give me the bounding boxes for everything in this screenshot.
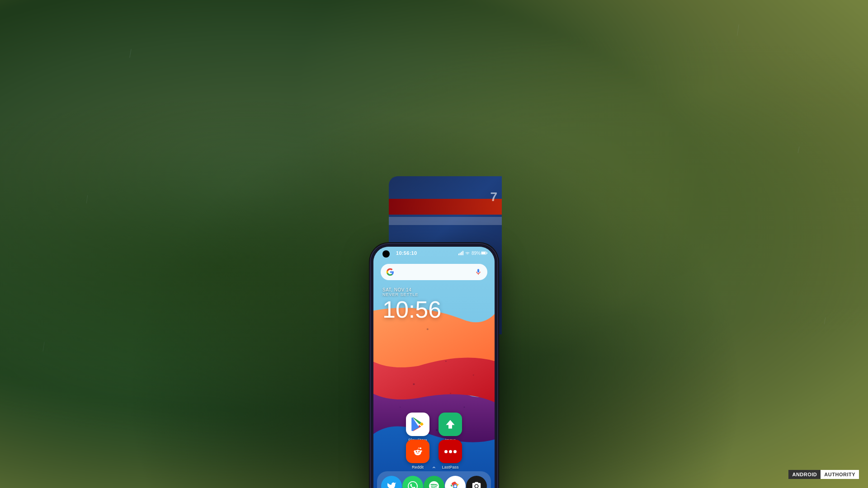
app-imgur-icon[interactable] <box>439 413 462 436</box>
dock-whatsapp[interactable] <box>402 476 423 488</box>
watermark: ANDROID AUTHORITY <box>788 470 859 479</box>
watermark-android: ANDROID <box>788 470 821 479</box>
svg-point-10 <box>400 407 401 408</box>
phone-screen: 10:56:10 <box>373 247 495 488</box>
sleeve-stripe-white <box>389 217 502 225</box>
wifi-icon <box>465 251 470 255</box>
imgur-svg <box>443 417 458 432</box>
google-g-logo <box>386 268 394 276</box>
app-imgur-wrapper[interactable]: Imgur <box>439 413 462 442</box>
twitter-svg <box>387 481 396 488</box>
svg-point-4 <box>413 383 415 385</box>
dot3 <box>453 450 457 453</box>
dot1 <box>444 450 448 453</box>
svg-rect-14 <box>487 253 488 254</box>
app-playstore-icon[interactable] <box>406 413 429 436</box>
lastpass-dots-row <box>444 450 457 453</box>
signal-bar-4 <box>462 251 463 255</box>
playstore-svg <box>411 418 425 431</box>
svg-point-21 <box>454 485 457 487</box>
search-mic-icon[interactable] <box>475 268 482 276</box>
battery-container: 89% <box>472 251 487 256</box>
dock-spotify[interactable] <box>424 476 444 488</box>
svg-point-3 <box>445 361 447 362</box>
app-lastpass-wrapper[interactable]: LastPass <box>439 440 462 469</box>
camera-svg <box>472 481 481 488</box>
sleeve-stripe-red <box>389 199 502 215</box>
svg-point-5 <box>463 406 465 408</box>
app-grid-row1: Play Store Imgur <box>373 413 495 442</box>
dock <box>377 471 491 488</box>
search-bar[interactable] <box>381 264 487 280</box>
status-icons: 89% <box>458 251 487 256</box>
battery-percent: 89% <box>472 251 481 256</box>
phone-frame: 10:56:10 <box>371 244 497 488</box>
dock-twitter[interactable] <box>381 476 402 488</box>
status-bar: 10:56:10 <box>373 247 495 259</box>
svg-rect-13 <box>481 252 486 254</box>
svg-point-2 <box>427 328 429 330</box>
dot2 <box>449 450 452 453</box>
signal-bar-2 <box>460 253 461 255</box>
clock-widget: 10:56 <box>382 298 441 321</box>
reddit-svg <box>411 445 425 458</box>
lastpass-dots <box>444 450 457 453</box>
camera-hole <box>382 250 390 258</box>
signal-icon <box>458 251 463 255</box>
sleeve-number: 7 <box>490 190 497 204</box>
date-text: SAT, NOV 14 <box>382 287 441 292</box>
app-lastpass-icon[interactable] <box>439 440 462 463</box>
whatsapp-svg <box>408 481 418 488</box>
spotify-svg <box>429 481 439 488</box>
app-reddit-wrapper[interactable]: Reddit <box>406 440 429 469</box>
svg-point-9 <box>473 374 474 375</box>
dock-chrome[interactable] <box>445 476 466 488</box>
app-reddit-icon[interactable] <box>406 440 429 463</box>
chrome-svg <box>450 481 461 488</box>
app-playstore-wrapper[interactable]: Play Store <box>406 413 429 442</box>
app-reddit-label: Reddit <box>412 465 424 469</box>
signal-bar-1 <box>458 253 459 255</box>
app-lastpass-label: LastPass <box>442 465 458 469</box>
battery-icon <box>481 251 487 255</box>
svg-point-18 <box>416 451 417 452</box>
watermark-authority: AUTHORITY <box>821 470 859 479</box>
date-clock-widget: SAT, NOV 14 NEVER SETTLE 10:56 <box>382 287 441 321</box>
svg-point-11 <box>450 393 451 394</box>
signal-bar-3 <box>461 252 462 255</box>
status-time: 10:56:10 <box>396 250 417 256</box>
dock-camera[interactable] <box>466 476 487 488</box>
svg-point-19 <box>418 451 420 452</box>
